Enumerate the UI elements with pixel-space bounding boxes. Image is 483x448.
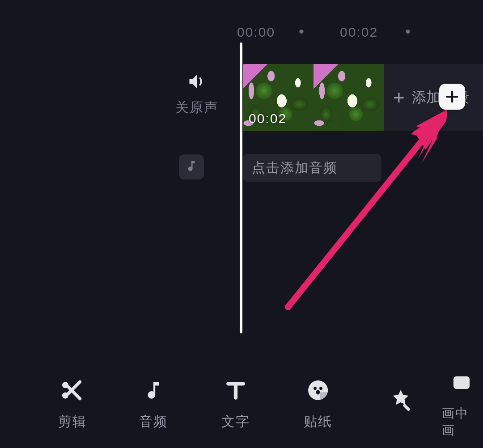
toolbar-cut[interactable]: 剪辑 [33, 378, 112, 431]
clip-duration-label: 00:02 [249, 111, 287, 126]
volume-icon [187, 72, 207, 93]
toolbar-audio[interactable]: 音频 [112, 378, 194, 431]
svg-rect-15 [453, 376, 470, 389]
text-icon [223, 378, 248, 403]
mute-original-button[interactable]: 关原声 [170, 72, 224, 117]
toolbar-text[interactable]: 文字 [195, 378, 277, 431]
svg-point-13 [319, 387, 322, 390]
ruler-mark-2: 00:02 [340, 25, 378, 40]
music-note-icon [185, 159, 198, 175]
audio-track-icon-button[interactable] [179, 154, 204, 179]
toolbar-sticker-label: 贴纸 [304, 413, 332, 431]
ruler-mark-0: 00:00 [237, 25, 275, 40]
toolbar-effects[interactable] [359, 387, 441, 422]
svg-line-2 [288, 123, 436, 307]
svg-point-14 [316, 390, 320, 394]
ruler-tick-1: • [299, 23, 305, 40]
mute-label: 关原声 [175, 98, 218, 117]
ruler-tick-3: • [405, 23, 411, 40]
svg-point-12 [314, 387, 317, 390]
scissors-icon [59, 378, 84, 403]
add-audio-label: 点击添加音频 [252, 159, 338, 177]
music-note-icon [141, 378, 166, 403]
add-clip-button[interactable]: + 添加片段 [384, 64, 483, 131]
add-clip-fab[interactable] [439, 84, 465, 110]
toolbar-pip[interactable]: 画中画 [442, 370, 481, 439]
toolbar-cut-label: 剪辑 [58, 413, 87, 431]
toolbar-sticker[interactable]: 贴纸 [277, 378, 359, 431]
playhead[interactable] [240, 43, 242, 333]
toolbar-text-label: 文字 [221, 413, 250, 431]
pip-icon [449, 370, 474, 395]
toolbar-pip-label: 画中画 [442, 405, 481, 439]
sticker-icon [305, 378, 330, 403]
plus-icon: + [393, 88, 405, 107]
toolbar-audio-label: 音频 [139, 413, 168, 431]
sparkle-star-icon [388, 387, 413, 412]
clip-thumbnail [314, 64, 384, 131]
plus-icon [445, 89, 460, 104]
add-audio-button[interactable]: 点击添加音频 [243, 154, 381, 182]
annotation-arrow [268, 107, 456, 321]
bottom-toolbar: 剪辑 音频 文字 [0, 365, 483, 444]
